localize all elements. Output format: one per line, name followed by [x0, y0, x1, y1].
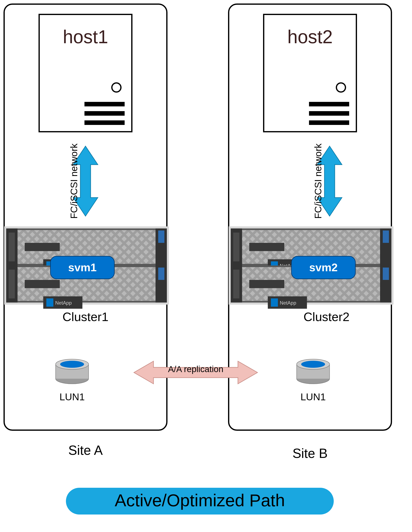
site-b-network-label: FC/iSCSI network: [313, 143, 324, 219]
svm1-label: svm1: [68, 261, 97, 274]
site-a-label: Site A: [68, 443, 103, 458]
lun1-a-label: LUN1: [59, 391, 85, 402]
svm2-label: svm2: [309, 261, 338, 274]
cluster1-label: Cluster1: [62, 310, 108, 324]
site-b-label: Site B: [293, 446, 328, 461]
lun1-a-icon: [56, 359, 88, 384]
lun1-b-label: LUN1: [301, 391, 326, 402]
host2-label: host2: [287, 27, 333, 47]
host1-label: host1: [63, 27, 108, 47]
site-a-network-label: FC/iSCSI network: [69, 143, 79, 219]
legend-label: Active/Optimized Path: [115, 491, 285, 510]
cluster2-label: Cluster2: [304, 310, 349, 324]
architecture-diagram: NetApp: [0, 0, 412, 532]
lun1-b-icon: [297, 359, 330, 384]
replication-label: A/A replication: [168, 364, 224, 374]
